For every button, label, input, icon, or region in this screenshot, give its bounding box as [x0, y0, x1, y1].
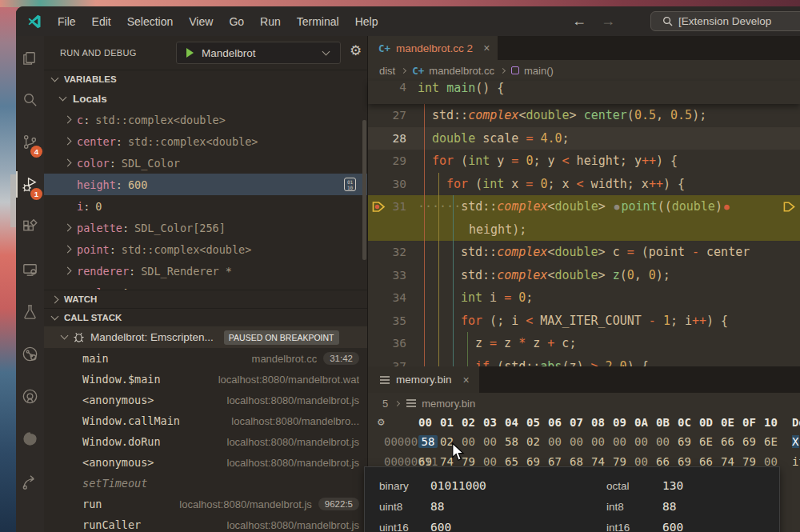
hex-byte[interactable]: 58: [505, 435, 526, 448]
code-line-31[interactable]: 31······std::complex<double> ●point((dou…: [368, 195, 800, 218]
code-editor[interactable]: 27std::complex<double> center(0.5, 0.5);…: [368, 104, 800, 366]
breadcrumb-file[interactable]: mandelbrot.cc: [429, 65, 494, 77]
code-line-29[interactable]: 29for (int y = 0; y < height; y++) {: [368, 150, 800, 173]
stack-frame-row[interactable]: runlocalhost:8080/mandelbrot.js9622:5: [44, 494, 367, 514]
stack-frame-row[interactable]: Window.doRunlocalhost:8080/mandelbrot.js: [44, 431, 367, 452]
sidebar-scrollbar[interactable]: [362, 120, 366, 260]
locals-scope-row[interactable]: Locals: [44, 88, 367, 109]
variable-row-color[interactable]: color:SDL_Color: [44, 152, 367, 174]
menu-item-terminal[interactable]: Terminal: [289, 12, 347, 31]
hex-byte[interactable]: 6E: [764, 435, 786, 448]
line-number[interactable]: 35: [368, 314, 418, 327]
code-line-35[interactable]: 35for (; i < MAX_ITER_COUNT - 1; i++) {: [368, 310, 800, 333]
activity-bar-item-beaker[interactable]: [16, 290, 44, 333]
sticky-scroll-line[interactable]: 4int main() {: [368, 81, 800, 104]
hex-byte[interactable]: 58: [418, 435, 438, 448]
code-line-34[interactable]: 34int i = 0;: [368, 286, 800, 310]
decoded-text[interactable]: ity.eighty.fifty.: [792, 455, 800, 468]
code-line-33[interactable]: 33std::complex<double> z(0, 0);: [368, 264, 800, 287]
menu-item-view[interactable]: View: [181, 12, 221, 31]
menu-item-go[interactable]: Go: [221, 12, 252, 31]
line-number[interactable]: 28: [368, 132, 418, 145]
close-tab-icon[interactable]: ×: [463, 374, 470, 386]
callstack-section-header[interactable]: CALL STACK: [44, 308, 367, 326]
stack-frame-row[interactable]: mainmandelbrot.cc31:42: [44, 348, 367, 369]
code-line-28[interactable]: 28double scale = 4.0;: [368, 127, 800, 150]
activity-bar-item-graph-search[interactable]: [16, 333, 44, 375]
hex-byte[interactable]: 00: [656, 435, 678, 448]
stack-frame-row[interactable]: Window.callMainlocalhost:8080/mandelbro.…: [44, 410, 367, 431]
code-line-32[interactable]: 32std::complex<double> c = (point - cent…: [368, 241, 800, 264]
navigate-forward-icon[interactable]: →: [601, 13, 615, 30]
watch-section-header[interactable]: WATCH: [44, 290, 367, 308]
hex-byte[interactable]: 00: [548, 435, 570, 448]
hex-byte[interactable]: 00: [591, 435, 613, 448]
menu-item-file[interactable]: File: [50, 12, 84, 31]
stack-frame-row[interactable]: Window.$mainlocalhost:8080/mandelbrot.wa…: [44, 369, 367, 390]
hex-byte[interactable]: 00: [634, 435, 656, 448]
activity-bar-item-remote-window[interactable]: [16, 248, 44, 290]
tab-memory-bin[interactable]: memory.bin ×: [368, 366, 479, 393]
activity-bar-item-source-control[interactable]: 4: [16, 121, 44, 163]
menu-item-help[interactable]: Help: [347, 12, 386, 31]
activity-bar-item-files[interactable]: [16, 36, 44, 78]
launch-configuration-dropdown[interactable]: Mandelbrot: [176, 42, 341, 64]
line-number[interactable]: 32: [368, 246, 418, 258]
line-number[interactable]: 37: [368, 360, 418, 366]
hex-byte[interactable]: 6E: [699, 435, 721, 448]
hex-byte[interactable]: 00: [570, 435, 591, 448]
stack-frame-row[interactable]: <anonymous>localhost:8080/mandelbrot.js: [44, 390, 367, 410]
code-line-36[interactable]: 36z = z * z + c;: [368, 332, 800, 355]
variable-row-renderer[interactable]: renderer:SDL_Renderer *: [44, 260, 367, 282]
activity-bar-item-extensions[interactable]: [16, 206, 44, 248]
hex-settings-gear-icon[interactable]: ⚙: [378, 415, 384, 428]
stack-frame-row[interactable]: setTimeout: [44, 473, 367, 494]
navigate-back-icon[interactable]: ←: [572, 13, 586, 30]
activity-bar-item-run-debug[interactable]: 1: [16, 163, 44, 206]
hex-byte[interactable]: 66: [721, 435, 742, 448]
hex-byte[interactable]: 02: [526, 435, 548, 448]
line-number[interactable]: 33: [368, 269, 418, 282]
start-debug-icon[interactable]: [186, 48, 194, 58]
line-number[interactable]: 27: [368, 109, 418, 122]
code-line-30[interactable]: 30for (int x = 0; x < width; x++) {: [368, 173, 800, 196]
variable-row-point[interactable]: point:std::complex<double>: [44, 238, 367, 260]
line-number[interactable]: 36: [368, 337, 418, 350]
menu-item-edit[interactable]: Edit: [84, 12, 119, 31]
line-number[interactable]: 30: [368, 178, 418, 190]
line-number[interactable]: 29: [368, 154, 418, 167]
code-line-wrap[interactable]: height);: [368, 218, 800, 242]
hex-grid[interactable]: ⚙000102030405060708090A0B0C0D0E0F10Decod…: [368, 414, 800, 471]
hex-byte[interactable]: 69: [678, 435, 699, 448]
close-tab-icon[interactable]: ×: [483, 42, 490, 54]
line-number[interactable]: 31: [368, 200, 418, 213]
debug-settings-gear-icon[interactable]: ⚙: [350, 42, 362, 59]
view-binary-icon[interactable]: 0110: [344, 178, 356, 191]
hex-byte[interactable]: 69: [742, 435, 764, 448]
variable-row-c[interactable]: c:std::complex<double>: [44, 109, 367, 130]
variable-row-height[interactable]: height:6000110: [44, 174, 367, 195]
variable-row-scale[interactable]: scale:4: [44, 282, 367, 290]
hex-byte[interactable]: 00: [483, 435, 505, 448]
activity-bar-item-edge-browser[interactable]: [16, 418, 44, 460]
line-number[interactable]: 34: [368, 291, 418, 304]
hex-byte[interactable]: 00: [613, 435, 634, 448]
command-center-search[interactable]: [Extension Develop: [650, 11, 800, 31]
variables-section-header[interactable]: VARIABLES: [44, 70, 367, 88]
stack-frame-row[interactable]: runCallerlocalhost:8080/mandelbrot.js: [44, 514, 367, 532]
activity-bar-item-github[interactable]: [16, 375, 44, 418]
breadcrumb-file[interactable]: memory.bin: [422, 398, 475, 410]
menu-item-run[interactable]: Run: [252, 12, 289, 31]
menu-item-selection[interactable]: Selection: [119, 12, 182, 31]
breadcrumb-symbol[interactable]: main(): [524, 65, 554, 77]
variable-row-center[interactable]: center:std::complex<double>: [44, 130, 367, 152]
tab-mandelbrot-cc[interactable]: C+ mandelbrot.cc 2 ×: [368, 36, 498, 60]
decoded-text[interactable]: X...X.......infin: [792, 435, 800, 448]
breadcrumb-folder[interactable]: 5: [382, 398, 388, 410]
stack-frame-row[interactable]: <anonymous>localhost:8080/mandelbrot.js: [44, 452, 367, 473]
variable-row-palette[interactable]: palette:SDL_Color[256]: [44, 217, 367, 238]
debug-session-row[interactable]: Mandelbrot: Emscripten... PAUSED ON BREA…: [44, 326, 367, 348]
activity-bar-item-live-share[interactable]: [16, 460, 44, 502]
variable-row-i[interactable]: i:0: [44, 195, 367, 217]
code-line-37[interactable]: 37if (std::abs(z) > 2.0) {: [368, 355, 800, 367]
